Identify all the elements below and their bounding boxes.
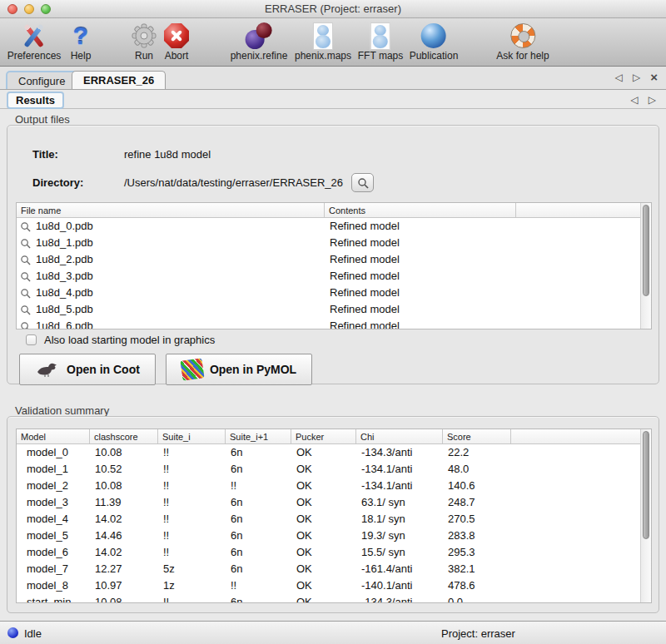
fft-maps-button[interactable]: FFT maps bbox=[358, 21, 403, 62]
table-row[interactable]: model_2 10.08 !! !! OK -134.1/anti 140.6 bbox=[17, 478, 651, 494]
abort-button[interactable]: Abort bbox=[164, 21, 189, 62]
open-in-pymol-button[interactable]: Open in PyMOL bbox=[166, 354, 312, 385]
table-row[interactable]: model_3 11.39 !! 6n OK 63.1/ syn 248.7 bbox=[17, 494, 651, 511]
column-header-empty bbox=[511, 429, 651, 443]
magnifier-icon bbox=[20, 255, 31, 265]
magnifier-icon bbox=[20, 288, 31, 299]
ask-for-help-button[interactable]: Ask for help bbox=[496, 21, 549, 62]
tool-label: phenix.maps bbox=[295, 50, 351, 62]
prev-tab-icon[interactable]: ◁ bbox=[615, 72, 623, 83]
suite-i1-cell: !! bbox=[226, 478, 291, 494]
checkbox[interactable] bbox=[26, 334, 37, 345]
chi-cell: -140.1/anti bbox=[356, 577, 443, 594]
magnifier-icon bbox=[20, 321, 31, 330]
pucker-cell: OK bbox=[291, 461, 356, 478]
project-label: Project: erraser bbox=[441, 627, 515, 640]
table-row[interactable]: model_8 10.97 1z !! OK -140.1/anti 478.6 bbox=[17, 577, 651, 594]
table-row[interactable]: 1u8d_6.pdb Refined model bbox=[17, 318, 651, 329]
validation-scrollbar[interactable] bbox=[640, 429, 651, 602]
score-cell: 140.6 bbox=[443, 478, 511, 494]
table-row[interactable]: start_min 10.08 !! 6n OK -134.3/anti 0.0 bbox=[17, 594, 651, 603]
main-tab-bar: Configure ERRASER_26 ◁ ▷ × bbox=[0, 67, 666, 90]
table-row[interactable]: 1u8d_1.pdb Refined model bbox=[17, 235, 651, 251]
magnifier-icon bbox=[20, 305, 31, 315]
table-row[interactable]: model_5 14.46 !! 6n OK 19.3/ syn 283.8 bbox=[17, 528, 651, 544]
table-row[interactable]: 1u8d_5.pdb Refined model bbox=[17, 301, 651, 318]
table-row[interactable]: model_1 10.52 !! 6n OK -134.1/anti 48.0 bbox=[17, 461, 651, 478]
pucker-cell: OK bbox=[291, 561, 356, 577]
run-button[interactable]: Run bbox=[131, 21, 157, 62]
next-tab-icon[interactable]: ▷ bbox=[633, 72, 640, 83]
tab-erraser-26[interactable]: ERRASER_26 bbox=[72, 71, 166, 89]
publication-button[interactable]: Publication bbox=[410, 21, 459, 62]
tool-label: Run bbox=[131, 50, 157, 62]
table-row[interactable]: 1u8d_3.pdb Refined model bbox=[17, 268, 651, 285]
open-in-coot-button[interactable]: Open in Coot bbox=[19, 354, 156, 385]
pucker-cell: OK bbox=[291, 444, 356, 461]
suite-i1-cell: !! bbox=[226, 577, 291, 594]
table-row[interactable]: model_4 14.02 !! 6n OK 18.1/ syn 270.5 bbox=[17, 511, 651, 528]
column-header-file-name[interactable]: File name bbox=[17, 203, 325, 217]
column-header-pucker[interactable]: Pucker bbox=[291, 429, 356, 443]
chi-cell: -134.3/anti bbox=[356, 444, 443, 461]
file-name: 1u8d_5.pdb bbox=[36, 301, 93, 318]
tab-configure[interactable]: Configure bbox=[6, 71, 77, 89]
tool-label: Ask for help bbox=[496, 50, 549, 62]
column-header-model[interactable]: Model bbox=[17, 429, 90, 443]
tool-label: Abort bbox=[164, 50, 189, 62]
table-row[interactable]: model_6 14.02 !! 6n OK 15.5/ syn 295.3 bbox=[17, 544, 651, 561]
load-starting-model-option[interactable]: Also load starting model in graphics bbox=[26, 334, 215, 346]
suite-i1-cell: 6n bbox=[226, 494, 291, 511]
scrollbar-thumb[interactable] bbox=[643, 205, 649, 296]
tab-nav: ◁ ▷ × bbox=[615, 72, 658, 83]
phenix-refine-button[interactable]: phenix.refine bbox=[231, 21, 288, 62]
preferences-button[interactable]: Preferences bbox=[7, 21, 62, 62]
prev-subtab-icon[interactable]: ◁ bbox=[631, 94, 639, 106]
files-scrollbar[interactable] bbox=[640, 203, 651, 329]
window-title: ERRASER (Project: erraser) bbox=[0, 2, 666, 15]
table-header: Model clashscore Suite_i Suite_i+1 Pucke… bbox=[17, 429, 651, 444]
title-bar[interactable]: ERRASER (Project: erraser) bbox=[0, 0, 666, 18]
score-cell: 478.6 bbox=[443, 577, 511, 594]
table-row[interactable]: model_7 12.27 5z 6n OK -161.4/anti 382.1 bbox=[17, 561, 651, 577]
clashscore-cell: 10.08 bbox=[90, 478, 158, 494]
column-header-score[interactable]: Score bbox=[443, 429, 511, 443]
help-button[interactable]: ? Help bbox=[71, 21, 92, 62]
scrollbar-thumb[interactable] bbox=[643, 431, 649, 539]
column-header-suite-i[interactable]: Suite_i bbox=[158, 429, 226, 443]
table-row[interactable]: 1u8d_2.pdb Refined model bbox=[17, 251, 651, 268]
column-header-suite-i1[interactable]: Suite_i+1 bbox=[226, 429, 291, 443]
table-row[interactable]: 1u8d_0.pdb Refined model bbox=[17, 218, 651, 235]
status-indicator-icon bbox=[7, 627, 18, 638]
tool-label: Preferences bbox=[7, 50, 62, 62]
suite-i1-cell: 6n bbox=[226, 544, 291, 561]
score-cell: 270.5 bbox=[443, 511, 511, 528]
pucker-cell: OK bbox=[291, 577, 356, 594]
model-cell: model_7 bbox=[17, 561, 90, 577]
tab-results[interactable]: Results bbox=[7, 92, 64, 109]
status-bar: Idle Project: erraser bbox=[0, 621, 666, 644]
model-cell: model_3 bbox=[17, 494, 90, 511]
phenix-refine-spheres-icon bbox=[231, 21, 288, 51]
column-header-empty bbox=[516, 203, 651, 217]
sub-tab-bar: Results ◁ ▷ bbox=[0, 90, 666, 109]
file-contents: Refined model bbox=[325, 285, 516, 301]
clashscore-cell: 14.46 bbox=[90, 528, 158, 544]
column-header-contents[interactable]: Contents bbox=[325, 203, 516, 217]
file-contents: Refined model bbox=[325, 251, 516, 268]
chi-cell: 15.5/ syn bbox=[356, 544, 443, 561]
column-header-chi[interactable]: Chi bbox=[356, 429, 443, 443]
table-row[interactable]: 1u8d_4.pdb Refined model bbox=[17, 285, 651, 301]
table-row[interactable]: model_0 10.08 !! 6n OK -134.3/anti 22.2 bbox=[17, 444, 651, 461]
phenix-maps-button[interactable]: phenix.maps bbox=[295, 21, 351, 62]
browse-directory-button[interactable] bbox=[351, 173, 374, 192]
pucker-cell: OK bbox=[291, 544, 356, 561]
file-name: 1u8d_0.pdb bbox=[36, 218, 93, 235]
next-subtab-icon[interactable]: ▷ bbox=[649, 94, 656, 106]
column-header-clashscore[interactable]: clashscore bbox=[90, 429, 158, 443]
close-tab-icon[interactable]: × bbox=[650, 72, 658, 82]
model-cell: model_1 bbox=[17, 461, 90, 478]
lifebuoy-icon bbox=[496, 21, 549, 51]
suite-i1-cell: 6n bbox=[226, 561, 291, 577]
clashscore-cell: 10.97 bbox=[90, 577, 158, 594]
